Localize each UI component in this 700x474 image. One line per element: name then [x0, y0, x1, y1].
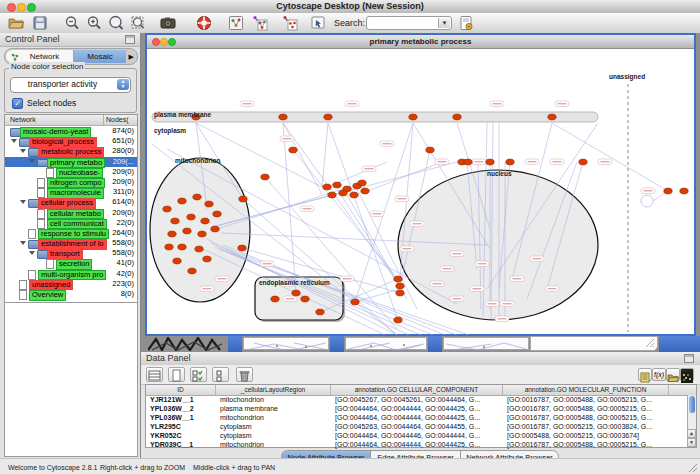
- annotation-select-icon[interactable]: [310, 15, 326, 31]
- tree-col-divider[interactable]: [103, 115, 104, 125]
- table-column-header[interactable]: annotation.GO MOLECULAR_FUNCTION: [503, 385, 669, 395]
- table-cell[interactable]: cytoplasm: [216, 431, 331, 440]
- tree-expand-icon[interactable]: [29, 159, 35, 163]
- network-tree-row[interactable]: response to stimulu264(0): [5, 228, 137, 238]
- network-tree-row[interactable]: unassigned223(0): [5, 279, 137, 289]
- table-cell[interactable]: [GO:0045267, GO:0045261, GO:0044464, G..…: [331, 395, 503, 404]
- create-attribute-icon[interactable]: [168, 367, 185, 382]
- close-window-button[interactable]: [7, 3, 16, 12]
- duplicate-network-view-icon[interactable]: [252, 15, 268, 31]
- tree-expand-icon[interactable]: [20, 241, 26, 245]
- open-file-icon[interactable]: [8, 15, 24, 31]
- table-cell[interactable]: [GO:0044464, GO:0044444, GO:0044425, G..…: [331, 404, 503, 413]
- select-attributes-icon[interactable]: [190, 367, 207, 382]
- zoom-out-icon[interactable]: [64, 15, 80, 31]
- resize-grip-icon[interactable]: [645, 338, 655, 348]
- network-tree-row[interactable]: cellular process614(0): [5, 197, 137, 207]
- table-cell[interactable]: [GO:0016787, GO:0005488, GO:0005215, G..…: [503, 413, 669, 422]
- network-tree-row[interactable]: biological_process651(0): [5, 136, 137, 146]
- tree-expand-icon[interactable]: [20, 200, 26, 204]
- table-column-header[interactable]: ID: [146, 385, 216, 395]
- network-tree-row[interactable]: primary metabo209(...: [5, 157, 137, 167]
- node-color-dropdown[interactable]: transporter activity ▲▼: [10, 77, 131, 93]
- zoom-window-button[interactable]: [27, 3, 36, 12]
- duplicate-network-view-2-icon[interactable]: [282, 15, 298, 31]
- network-tree-row[interactable]: metabolic process280(0): [5, 146, 137, 156]
- table-cell[interactable]: YJR121W__1: [146, 395, 216, 404]
- table-cell[interactable]: [GO:0016787, GO:0005488, GO:0005215, G..…: [503, 395, 669, 404]
- scroll-down-button[interactable]: ▼: [687, 438, 696, 447]
- network-window-close-button[interactable]: [152, 38, 160, 46]
- zoom-in-icon[interactable]: [86, 15, 102, 31]
- table-row[interactable]: YLR295Ccytoplasm[GO:0045263, GO:0044464,…: [146, 422, 696, 431]
- delete-attribute-icon[interactable]: [236, 367, 253, 382]
- scroll-up-button[interactable]: ▲: [687, 429, 696, 438]
- tree-expand-icon[interactable]: [29, 251, 35, 255]
- network-tree-row[interactable]: Overview8(0): [5, 289, 137, 299]
- network-tree-row[interactable]: mosaic-demo-yeast874(0): [5, 126, 137, 136]
- table-row[interactable]: YKR052Ccytoplasm[GO:0044464, GO:0044446,…: [146, 431, 696, 440]
- network-tree-row[interactable]: transport558(0): [5, 248, 137, 258]
- tree-row-label[interactable]: Overview: [29, 290, 66, 301]
- table-column-header[interactable]: annotation.GO CELLULAR_COMPONENT: [331, 385, 503, 395]
- table-cell[interactable]: [GO:0044464, GO:0044444, GO:0044425, G..…: [331, 413, 503, 422]
- network-canvas[interactable]: plasma membranecytoplasmmitochondrionnuc…: [147, 49, 694, 335]
- table-row[interactable]: YPL036W__1mitochondrion[GO:0044464, GO:0…: [146, 413, 696, 422]
- scrollbar-thumb[interactable]: [689, 396, 695, 413]
- network-tree-row[interactable]: nitrogen compo209(0): [5, 177, 137, 187]
- attribute-matrix-icon[interactable]: [680, 368, 694, 381]
- table-cell[interactable]: [GO:0016787, GO:0005488, GO:0005215, G..…: [503, 440, 669, 449]
- table-cell[interactable]: mitochondrion: [216, 413, 331, 422]
- table-cell[interactable]: [GO:0005488, GO:0005215, GO:0003674]: [503, 431, 669, 440]
- table-cell[interactable]: YLR295C: [146, 422, 216, 431]
- table-cell[interactable]: cytoplasm: [216, 422, 331, 431]
- table-cell[interactable]: mitochondrion: [216, 395, 331, 404]
- tab-overflow-arrow[interactable]: ▶: [129, 53, 134, 61]
- table-vertical-scrollbar[interactable]: ▲ ▼: [687, 395, 696, 447]
- table-cell[interactable]: [GO:0045263, GO:0044464, GO:0044455, G..…: [331, 422, 503, 431]
- attribute-batch-editor-icon[interactable]: [638, 368, 652, 381]
- save-session-icon[interactable]: [32, 15, 48, 31]
- network-tree-row[interactable]: secretion41(0): [5, 258, 137, 268]
- table-cell[interactable]: [GO:0016787, GO:0005488, GO:0005215, G..…: [503, 404, 669, 413]
- table-cell[interactable]: plasma membrane: [216, 404, 331, 413]
- network-tree-row[interactable]: cell communicat22(0): [5, 218, 137, 228]
- network-window[interactable]: primary metabolic process plasma membran…: [145, 33, 696, 336]
- network-tree-row[interactable]: cellular metabo209(0): [5, 208, 137, 218]
- float-panel-icon[interactable]: [125, 35, 135, 44]
- network-window-minimize-button[interactable]: [160, 38, 168, 46]
- unselect-attributes-icon[interactable]: [212, 367, 229, 382]
- table-cell[interactable]: [GO:0044464, GO:0044444, GO:0044425, G..…: [331, 440, 503, 449]
- network-window-titlebar[interactable]: primary metabolic process: [147, 35, 694, 49]
- show-graphics-details-icon[interactable]: [228, 15, 244, 31]
- network-tree-row[interactable]: multi-organism pro42(0): [5, 269, 137, 279]
- attribute-table-icon[interactable]: [146, 367, 163, 382]
- table-cell[interactable]: YKR052C: [146, 431, 216, 440]
- tree-expand-icon[interactable]: [11, 139, 17, 143]
- search-input[interactable]: [369, 17, 441, 30]
- table-cell[interactable]: mitochondrion: [216, 440, 331, 449]
- table-cell[interactable]: [GO:0044464, GO:0044446, GO:0044444, G..…: [331, 431, 503, 440]
- table-cell[interactable]: [GO:0016787, GO:0005215, GO:0003824, G..…: [503, 422, 669, 431]
- table-cell[interactable]: YPL036W__2: [146, 404, 216, 413]
- formula-builder-icon[interactable]: f(x): [652, 368, 666, 381]
- help-lifering-icon[interactable]: [196, 15, 212, 31]
- table-row[interactable]: YDR039C__1mitochondrion[GO:0044464, GO:0…: [146, 440, 696, 449]
- network-window-zoom-button[interactable]: [168, 38, 176, 46]
- window-resize-grip[interactable]: [688, 463, 698, 473]
- table-cell[interactable]: YPL036W__1: [146, 413, 216, 422]
- zoom-selected-region-icon[interactable]: [130, 15, 146, 31]
- zoom-fit-content-icon[interactable]: [108, 15, 124, 31]
- import-attributes-icon[interactable]: [666, 368, 680, 381]
- search-dropdown-button[interactable]: ▼: [438, 18, 450, 28]
- network-tree-row[interactable]: nucleobase-209(0): [5, 167, 137, 177]
- network-tree-row[interactable]: macromolecule311(0): [5, 187, 137, 197]
- table-row[interactable]: YPL036W__2plasma membrane[GO:0044464, GO…: [146, 404, 696, 413]
- minimize-window-button[interactable]: [17, 3, 26, 12]
- float-panel-icon[interactable]: [684, 354, 694, 363]
- select-nodes-checkbox[interactable]: ✓: [12, 98, 23, 109]
- table-column-header[interactable]: _cellularLayoutRegion: [216, 385, 331, 395]
- table-row[interactable]: YJR121W__1mitochondrion[GO:0045267, GO:0…: [146, 395, 696, 404]
- export-image-icon[interactable]: [160, 15, 176, 31]
- tree-expand-icon[interactable]: [20, 149, 26, 153]
